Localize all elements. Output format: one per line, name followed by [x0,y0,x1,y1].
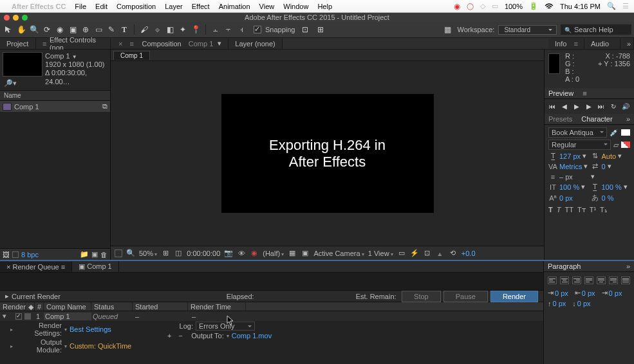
menu-effect[interactable]: Effect [192,3,210,10]
timeline-comp-tab[interactable]: ▣ Comp 1 [72,261,119,272]
view-axis-icon[interactable]: ⫞ [236,24,247,35]
clock[interactable]: Thu 4:16 PM [560,3,601,10]
new-comp-icon[interactable]: ▣ [91,250,98,259]
col-comp[interactable]: Comp Name [44,302,91,311]
panel-opts-icon[interactable]: » [620,38,634,49]
project-item-comp1[interactable]: Comp 1 ⧉ [0,101,110,112]
leading-value[interactable]: Auto [602,152,617,160]
zoom-dropdown[interactable]: 50% [139,250,157,257]
orbit-tool-icon[interactable]: ⟳ [41,24,53,35]
col-render[interactable]: Render [0,302,26,311]
stroke-swatch[interactable] [621,141,630,148]
spotlight-icon[interactable]: 🔍 [607,2,616,10]
project-col-name[interactable]: Name [0,90,110,101]
exposure-value[interactable]: +0.0 [462,250,476,257]
align-center-icon[interactable] [560,277,569,284]
menu-edit[interactable]: Edit [95,3,107,10]
snap-opt2-icon[interactable]: ⊞ [315,24,326,35]
subscript-icon[interactable]: T₁ [600,206,607,214]
stop-button[interactable]: Stop [402,291,441,302]
justify-last-right-icon[interactable] [609,277,618,284]
pause-button[interactable]: Pause [443,291,488,302]
eraser-tool-icon[interactable]: ◧ [164,24,176,35]
magnify-icon[interactable]: 🔍 [126,249,135,258]
col-started[interactable]: Started [133,302,188,311]
close-panel-icon[interactable]: × [118,40,122,48]
wifi-icon[interactable] [545,3,554,10]
timeline-icon[interactable]: ⊡ [423,249,432,258]
traffic-lights[interactable] [4,15,28,21]
character-panel-header[interactable]: Presets Character » [545,114,634,125]
mask-tool-icon[interactable]: ▭ [93,24,104,35]
panel-menu-icon[interactable] [573,40,577,48]
display-icon[interactable]: ▭ [492,2,498,10]
interpret-icon[interactable]: 🖼 [3,251,10,259]
add-output-icon[interactable]: + [167,332,171,340]
effect-controls-tab[interactable]: Effect Controls (non [36,38,111,49]
stroke-width-value[interactable]: – px [559,173,573,181]
render-settings-link[interactable]: Best Settings [70,325,111,333]
panel-menu-icon[interactable] [130,40,135,48]
app-name[interactable]: After Effects CC [12,3,66,10]
render-button[interactable]: Render [490,291,538,302]
current-time[interactable]: 0:00:00:00 [187,250,220,257]
space-after-val[interactable]: 0 px [577,300,591,307]
3d-view-icon[interactable]: ▣ [301,249,310,258]
eyedropper-icon[interactable]: 💉 [610,129,619,137]
roi-icon[interactable] [115,250,122,257]
col-status[interactable]: Status [91,302,133,311]
tsume-value[interactable]: 0 % [602,194,614,202]
vscale-value[interactable]: 100 % [559,183,579,191]
play-icon[interactable]: ▶ [572,102,581,111]
pan-behind-tool-icon[interactable]: ⊕ [80,24,91,35]
camera-tool-icon[interactable]: ▣ [67,24,79,35]
search-help-input[interactable]: Search Help [561,24,631,35]
brush-tool-icon[interactable]: 🖌 [138,24,150,35]
bpc-swatch[interactable] [12,251,19,258]
workspace-icon[interactable]: ▦ [442,24,454,35]
panel-menu-icon[interactable] [42,40,47,48]
roto-tool-icon[interactable]: ✦ [177,24,189,35]
kerning-value[interactable]: Metrics [559,163,582,170]
allcaps-icon[interactable]: TT [564,206,573,214]
font-style-dropdown[interactable]: Regular [548,140,611,150]
channel-icon[interactable]: ◉ [250,249,259,258]
indent-left-val[interactable]: 0 px [555,289,568,297]
comp-thumbnail[interactable] [3,52,42,77]
bpc-button[interactable]: 8 bpc [21,251,39,259]
mask-toggle-icon[interactable]: ◫ [174,249,183,258]
remove-output-icon[interactable]: − [178,332,182,340]
next-frame-icon[interactable]: ▶ [584,102,593,111]
indent-right-val[interactable]: 0 px [609,289,622,297]
record-icon[interactable]: ◉ [454,2,460,11]
indent-first-val[interactable]: 0 px [582,289,595,297]
font-family-dropdown[interactable]: Book Antiqua [548,127,607,138]
type-tool-icon[interactable]: T [118,24,130,35]
world-axis-icon[interactable]: ⫟ [223,24,234,35]
label-color[interactable] [24,313,31,320]
mute-icon[interactable]: 🔊 [620,102,630,111]
flowchart-icon[interactable]: ⧉ [102,102,107,111]
composition-panel-tab[interactable]: × Composition Comp 1 ▾ [111,38,228,49]
layer-panel-tab[interactable]: Layer (none) [228,38,282,49]
font-size-value[interactable]: 127 px [559,152,581,160]
render-queue-tab[interactable]: × Render Queue ≡ [0,262,72,272]
fast-preview-icon[interactable]: ⚡ [410,249,419,258]
close-window-icon[interactable] [4,15,10,21]
disclosure-icon[interactable]: ▾ [3,312,6,320]
puppet-tool-icon[interactable]: 📍 [190,24,201,35]
menu-layer[interactable]: Layer [165,3,183,10]
info-panel-tab[interactable]: Info [548,38,584,49]
prev-frame-icon[interactable]: ◀ [559,102,569,111]
disclosure-icon[interactable]: ▸ [5,292,9,300]
col-label-icon[interactable]: ◆ [26,302,35,311]
col-num[interactable]: # [35,302,44,311]
baseline-value[interactable]: 0 px [559,194,573,202]
transparency-icon[interactable]: ▦ [288,249,297,258]
rotation-tool-icon[interactable]: ◉ [54,24,66,35]
smallcaps-icon[interactable]: Tᴛ [577,206,586,214]
resolution-dropdown[interactable]: (Half) [263,250,284,257]
zoom-tool-icon[interactable]: 🔍 [28,24,40,35]
hand-tool-icon[interactable]: ✋ [15,24,27,35]
zoom-window-icon[interactable] [22,15,28,21]
